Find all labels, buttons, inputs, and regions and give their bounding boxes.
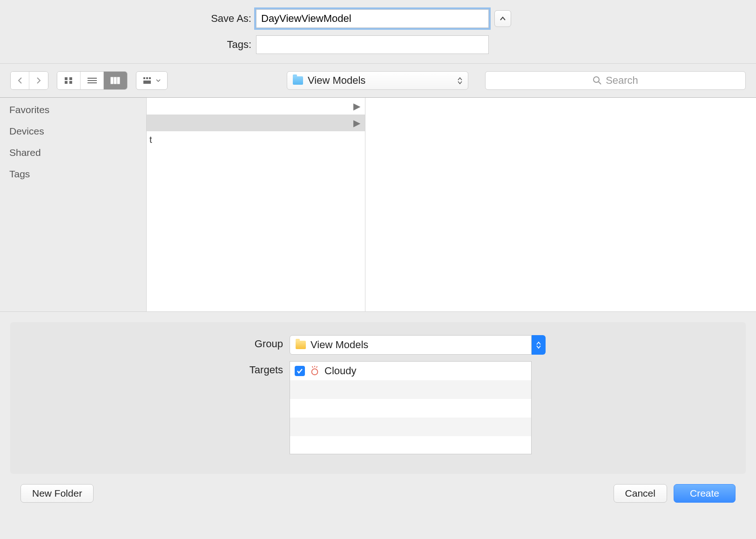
- svg-rect-8: [114, 77, 116, 84]
- svg-rect-13: [143, 81, 151, 84]
- svg-rect-0: [65, 77, 68, 80]
- finder-toolbar: View Models Search: [0, 64, 756, 98]
- target-name: Cloudy: [324, 365, 356, 377]
- nav-forward-button[interactable]: [29, 72, 48, 89]
- column-view-icon: [110, 77, 121, 84]
- view-mode-group: [57, 71, 128, 90]
- target-checkbox[interactable]: [295, 366, 305, 376]
- tags-input[interactable]: [256, 35, 489, 54]
- create-label: Create: [690, 488, 719, 499]
- chevron-down-icon: [536, 345, 541, 349]
- search-placeholder: Search: [606, 74, 638, 87]
- chevron-up-icon: [536, 342, 541, 345]
- location-label: View Models: [308, 74, 365, 87]
- dialog-footer: New Folder Cancel Create: [0, 484, 756, 511]
- chevron-down-icon: [156, 79, 161, 82]
- svg-rect-7: [111, 77, 113, 84]
- targets-label: Targets: [24, 361, 290, 376]
- target-row-empty: [290, 380, 531, 399]
- chevron-left-icon: [17, 77, 23, 84]
- icon-view-icon: [64, 77, 74, 84]
- disclosure-icon: ▶: [353, 101, 360, 112]
- group-value: View Models: [310, 339, 368, 351]
- sidebar-item-devices[interactable]: Devices: [9, 126, 137, 137]
- group-label: Group: [24, 335, 290, 350]
- svg-line-15: [599, 82, 601, 84]
- svg-line-17: [312, 366, 313, 368]
- target-row-empty: [290, 399, 531, 418]
- new-folder-button[interactable]: New Folder: [20, 484, 94, 503]
- search-icon: [593, 76, 602, 85]
- save-as-label: Save As:: [0, 13, 256, 25]
- targets-list: Cloudy: [290, 361, 532, 454]
- sidebar: Favorites Devices Shared Tags: [0, 98, 147, 311]
- save-as-input[interactable]: [256, 9, 489, 28]
- save-header: Save As: Tags:: [0, 0, 756, 64]
- list-item[interactable]: ▶: [147, 115, 365, 131]
- gallery-view-icon: [143, 77, 154, 84]
- new-folder-label: New Folder: [32, 488, 82, 499]
- target-row-empty: [290, 436, 531, 455]
- create-button[interactable]: Create: [674, 484, 736, 503]
- options-panel: Group View Models Targets: [10, 322, 746, 474]
- group-popup-stepper[interactable]: [532, 335, 546, 355]
- arrange-group: [136, 71, 168, 90]
- checkmark-icon: [297, 368, 303, 374]
- svg-point-16: [312, 369, 318, 375]
- svg-point-14: [594, 77, 599, 82]
- location-popup[interactable]: View Models: [287, 71, 468, 90]
- chevron-up-icon: [500, 16, 506, 21]
- search-input[interactable]: Search: [485, 71, 746, 90]
- stepper-icon: [458, 77, 462, 84]
- arrange-button[interactable]: [136, 72, 167, 89]
- sidebar-item-tags[interactable]: Tags: [9, 168, 137, 180]
- svg-rect-9: [117, 77, 120, 84]
- view-column-button[interactable]: [104, 72, 127, 89]
- expand-toggle-button[interactable]: [494, 10, 511, 27]
- list-item[interactable]: t: [147, 131, 365, 148]
- target-row-empty: [290, 418, 531, 436]
- view-list-button[interactable]: [81, 72, 104, 89]
- folder-icon: [293, 76, 303, 85]
- svg-rect-12: [149, 77, 151, 79]
- file-browser: Favorites Devices Shared Tags ▶ ▶ t: [0, 98, 756, 312]
- nav-back-button[interactable]: [11, 72, 29, 89]
- svg-rect-2: [65, 81, 68, 84]
- browser-column: ▶ ▶ t: [147, 98, 365, 311]
- target-row[interactable]: Cloudy: [290, 362, 531, 380]
- svg-line-19: [317, 366, 317, 368]
- svg-rect-3: [69, 81, 72, 84]
- svg-rect-1: [69, 77, 72, 80]
- app-icon: [310, 366, 320, 376]
- sidebar-item-shared[interactable]: Shared: [9, 147, 137, 158]
- chevron-right-icon: [36, 77, 41, 84]
- list-item[interactable]: ▶: [147, 98, 365, 115]
- svg-rect-11: [146, 77, 148, 79]
- cancel-button[interactable]: Cancel: [614, 484, 667, 503]
- browser-column-empty: [365, 98, 756, 311]
- disclosure-icon: ▶: [353, 117, 360, 128]
- group-popup[interactable]: View Models: [290, 335, 532, 355]
- view-icon-button[interactable]: [57, 72, 81, 89]
- list-view-icon: [87, 77, 97, 84]
- folder-icon: [296, 341, 306, 349]
- cancel-label: Cancel: [625, 488, 655, 499]
- svg-rect-10: [143, 77, 145, 79]
- tags-label: Tags:: [0, 39, 256, 51]
- nav-group: [10, 71, 48, 90]
- sidebar-item-favorites[interactable]: Favorites: [9, 104, 137, 115]
